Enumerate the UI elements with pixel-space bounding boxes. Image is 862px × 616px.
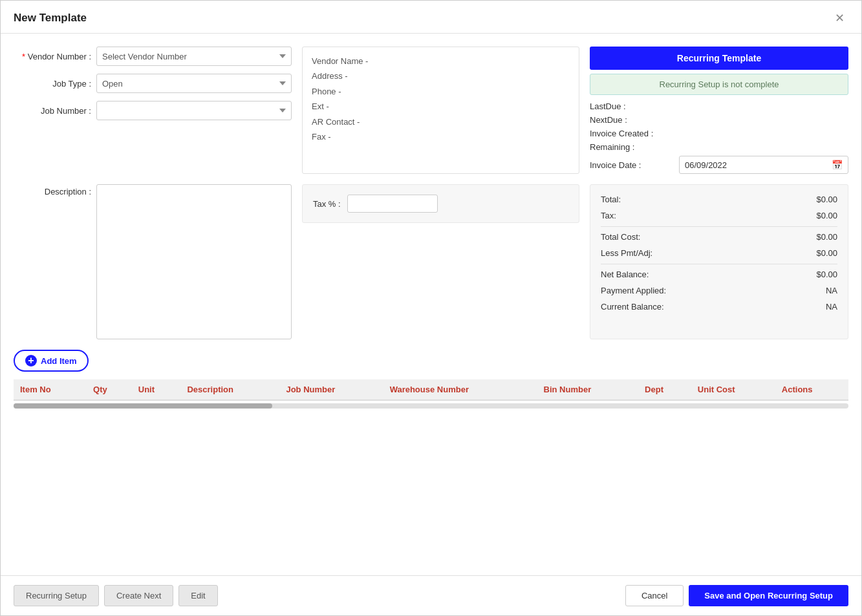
plus-circle-icon: +	[25, 355, 37, 366]
add-item-button[interactable]: + Add Item	[14, 350, 89, 372]
col-description: Description	[180, 379, 279, 400]
current-balance-row: Current Balance: NA	[601, 299, 837, 315]
top-section: * Vendor Number : Select Vendor Number J…	[14, 47, 848, 174]
items-table-section: Item No Qty Unit Description Job Number …	[14, 379, 848, 569]
vendor-info-box: Vendor Name - Address - Phone - Ext - AR…	[302, 47, 579, 174]
edit-button[interactable]: Edit	[178, 585, 217, 606]
net-balance-value: $0.00	[816, 270, 837, 279]
vendor-number-row: * Vendor Number : Select Vendor Number	[14, 47, 292, 66]
description-row: Description :	[14, 184, 292, 339]
less-pmt-label: Less Pmt/Adj:	[601, 248, 652, 258]
less-pmt-row: Less Pmt/Adj: $0.00	[601, 245, 837, 261]
job-number-select[interactable]	[96, 101, 292, 120]
totals-panel: Total: $0.00 Tax: $0.00 Total Cost: $0.0…	[590, 184, 848, 339]
invoice-date-row: Invoice Date : 06/09/2022 📅	[590, 156, 848, 174]
total-value: $0.00	[816, 195, 837, 204]
vendor-number-select[interactable]: Select Vendor Number	[96, 47, 292, 66]
col-dept: Dept	[638, 379, 691, 400]
col-job-number: Job Number	[279, 379, 383, 400]
vendor-name: Vendor Name -	[312, 54, 570, 69]
required-star: *	[22, 52, 28, 61]
job-type-select[interactable]: Open	[96, 74, 292, 93]
tax-input[interactable]	[347, 195, 438, 213]
tax-total-row: Tax: $0.00	[601, 207, 837, 224]
modal-body: * Vendor Number : Select Vendor Number J…	[1, 34, 861, 575]
vendor-fax: Fax -	[312, 129, 570, 144]
create-next-button[interactable]: Create Next	[104, 585, 173, 606]
last-due-row: LastDue :	[590, 101, 848, 111]
scrollbar-thumb[interactable]	[14, 403, 272, 409]
remaining-label: Remaining :	[590, 142, 674, 152]
description-textarea[interactable]	[96, 184, 292, 339]
remaining-row: Remaining :	[590, 142, 848, 152]
left-form: * Vendor Number : Select Vendor Number J…	[14, 47, 292, 174]
save-button[interactable]: Save and Open Recurring Setup	[689, 585, 848, 606]
tax-total-label: Tax:	[601, 211, 616, 220]
next-due-row: NextDue :	[590, 115, 848, 125]
invoice-date-input[interactable]: 06/09/2022 📅	[679, 156, 848, 174]
invoice-created-label: Invoice Created :	[590, 129, 674, 138]
less-pmt-value: $0.00	[816, 248, 837, 258]
payment-applied-label: Payment Applied:	[601, 286, 666, 295]
current-balance-value: NA	[826, 302, 837, 312]
net-balance-label: Net Balance:	[601, 270, 649, 279]
tax-row: Tax % :	[302, 184, 579, 223]
description-label: Description :	[14, 184, 91, 196]
job-number-label: Job Number :	[14, 106, 91, 116]
modal-title: New Template	[14, 12, 87, 25]
footer-left-buttons: Recurring Setup Create Next Edit	[14, 585, 218, 606]
new-template-modal: New Template ✕ * Vendor Number : Select …	[0, 0, 862, 616]
tax-total-value: $0.00	[816, 211, 837, 220]
horizontal-scrollbar[interactable]	[14, 403, 848, 409]
invoice-date-value: 06/09/2022	[685, 160, 727, 170]
calendar-icon[interactable]: 📅	[832, 160, 843, 170]
add-item-label: Add Item	[41, 356, 77, 366]
col-item-no: Item No	[14, 379, 87, 400]
vendor-phone: Phone -	[312, 84, 570, 99]
modal-footer: Recurring Setup Create Next Edit Cancel …	[1, 575, 861, 615]
table-header-row: Item No Qty Unit Description Job Number …	[14, 379, 848, 400]
col-unit: Unit	[132, 379, 181, 400]
col-actions: Actions	[775, 379, 848, 400]
items-table: Item No Qty Unit Description Job Number …	[14, 379, 848, 401]
vendor-number-label: * Vendor Number :	[14, 52, 91, 61]
invoice-created-row: Invoice Created :	[590, 129, 848, 138]
next-due-label: NextDue :	[590, 115, 674, 125]
total-label: Total:	[601, 195, 621, 204]
col-warehouse-number: Warehouse Number	[383, 379, 537, 400]
tax-label: Tax % :	[313, 199, 341, 209]
footer-right-buttons: Cancel Save and Open Recurring Setup	[625, 585, 848, 606]
total-row: Total: $0.00	[601, 191, 837, 207]
col-bin-number: Bin Number	[537, 379, 639, 400]
payment-applied-row: Payment Applied: NA	[601, 282, 837, 299]
job-number-row: Job Number :	[14, 101, 292, 120]
payment-applied-value: NA	[826, 286, 837, 295]
cancel-button[interactable]: Cancel	[625, 585, 684, 606]
recurring-setup-button[interactable]: Recurring Setup	[14, 585, 99, 606]
last-due-label: LastDue :	[590, 101, 674, 111]
tax-section: Tax % :	[302, 184, 579, 339]
col-unit-cost: Unit Cost	[691, 379, 775, 400]
vendor-address: Address -	[312, 69, 570, 83]
net-balance-row: Net Balance: $0.00	[601, 264, 837, 282]
recurring-status-text: Recurring Setup is not complete	[590, 74, 848, 95]
right-panel: Recurring Template Recurring Setup is no…	[590, 47, 848, 174]
recurring-template-button[interactable]: Recurring Template	[590, 47, 848, 70]
total-cost-row: Total Cost: $0.00	[601, 226, 837, 245]
modal-header: New Template ✕	[1, 1, 861, 34]
invoice-date-label: Invoice Date :	[590, 160, 674, 170]
current-balance-label: Current Balance:	[601, 302, 664, 312]
job-type-label: Job Type :	[14, 79, 91, 89]
middle-section: Description : Tax % : Total: $0.00 Tax:	[14, 184, 848, 339]
info-grid: LastDue : NextDue : Invoice Created : Re…	[590, 101, 848, 174]
description-area: Description :	[14, 184, 292, 339]
total-cost-label: Total Cost:	[601, 232, 640, 242]
vendor-ar-contact: AR Contact -	[312, 114, 570, 129]
total-cost-value: $0.00	[816, 232, 837, 242]
close-button[interactable]: ✕	[831, 10, 848, 27]
vendor-ext: Ext -	[312, 99, 570, 114]
col-qty: Qty	[87, 379, 132, 400]
job-type-row: Job Type : Open	[14, 74, 292, 93]
